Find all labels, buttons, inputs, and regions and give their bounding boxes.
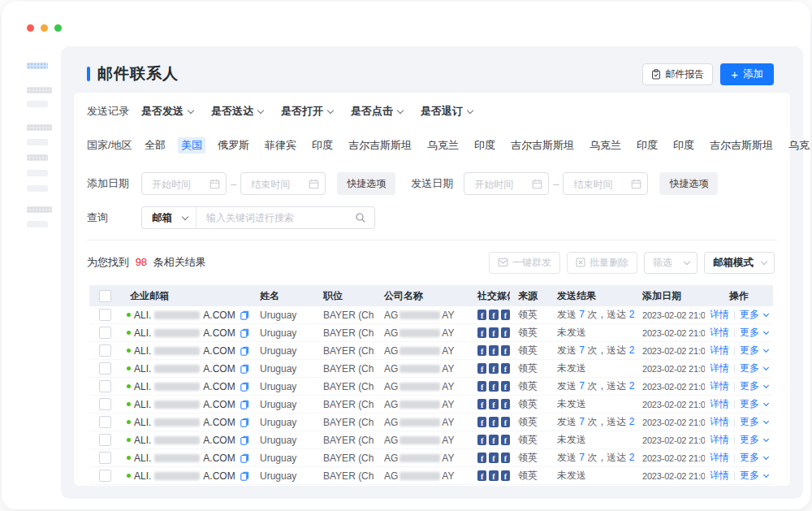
facebook-icon[interactable] bbox=[477, 470, 486, 481]
facebook-icon[interactable] bbox=[477, 363, 486, 374]
facebook-icon[interactable] bbox=[489, 310, 498, 320]
facebook-icon[interactable] bbox=[501, 417, 510, 427]
row-checkbox[interactable] bbox=[99, 470, 111, 482]
facebook-icon[interactable] bbox=[501, 435, 510, 445]
add-date-start-input[interactable] bbox=[141, 172, 227, 195]
add-button[interactable]: + 添加 bbox=[720, 63, 774, 85]
country-chip[interactable]: 全部 bbox=[141, 137, 169, 154]
more-link[interactable]: 更多 bbox=[740, 433, 759, 447]
facebook-icon[interactable] bbox=[489, 435, 498, 445]
country-chip[interactable]: 印度 bbox=[633, 137, 661, 154]
row-checkbox[interactable] bbox=[99, 309, 111, 321]
more-link[interactable]: 更多 bbox=[740, 415, 759, 429]
send-date-quick-options-button[interactable]: 快捷选项 bbox=[659, 172, 718, 195]
country-chip[interactable]: 印度 bbox=[309, 137, 336, 154]
filter-dropdown[interactable]: 是否发送 bbox=[141, 104, 193, 119]
facebook-icon[interactable] bbox=[489, 470, 498, 481]
detail-link[interactable]: 详情 bbox=[710, 379, 729, 393]
copy-icon[interactable] bbox=[240, 382, 249, 392]
copy-icon[interactable] bbox=[240, 364, 249, 374]
facebook-icon[interactable] bbox=[501, 453, 510, 463]
facebook-icon[interactable] bbox=[489, 345, 498, 356]
detail-link[interactable]: 详情 bbox=[710, 469, 729, 483]
mail-report-button[interactable]: 邮件报告 bbox=[642, 63, 713, 85]
facebook-icon[interactable] bbox=[501, 470, 510, 481]
bulk-send-button[interactable]: 一键群发 bbox=[489, 252, 560, 274]
add-date-end-input[interactable] bbox=[240, 172, 326, 195]
facebook-icon[interactable] bbox=[489, 417, 498, 427]
facebook-icon[interactable] bbox=[501, 310, 510, 320]
select-all-checkbox[interactable] bbox=[99, 290, 111, 302]
calendar-icon[interactable] bbox=[209, 179, 220, 192]
calendar-icon[interactable] bbox=[309, 179, 319, 192]
more-link[interactable]: 更多 bbox=[740, 344, 759, 357]
facebook-icon[interactable] bbox=[501, 381, 510, 392]
facebook-icon[interactable] bbox=[477, 435, 486, 445]
mailbox-mode-select[interactable]: 邮箱模式 bbox=[704, 252, 775, 274]
more-link[interactable]: 更多 bbox=[740, 308, 759, 322]
detail-link[interactable]: 详情 bbox=[710, 415, 729, 429]
copy-icon[interactable] bbox=[240, 471, 249, 481]
country-chip[interactable]: 吉尔吉斯斯坦 bbox=[508, 137, 577, 154]
window-control-dot[interactable] bbox=[41, 24, 48, 32]
row-checkbox[interactable] bbox=[99, 327, 111, 339]
detail-link[interactable]: 详情 bbox=[710, 433, 729, 447]
search-icon[interactable] bbox=[355, 212, 366, 223]
facebook-icon[interactable] bbox=[477, 399, 486, 409]
query-field-select[interactable]: 邮箱 bbox=[142, 207, 197, 228]
country-chip[interactable]: 乌克兰 bbox=[785, 137, 810, 154]
facebook-icon[interactable] bbox=[477, 310, 486, 320]
detail-link[interactable]: 详情 bbox=[710, 344, 729, 357]
window-control-dot[interactable] bbox=[54, 24, 62, 32]
copy-icon[interactable] bbox=[240, 435, 249, 445]
facebook-icon[interactable] bbox=[489, 327, 498, 338]
facebook-icon[interactable] bbox=[477, 381, 486, 392]
row-checkbox[interactable] bbox=[99, 380, 111, 392]
detail-link[interactable]: 详情 bbox=[710, 397, 729, 411]
facebook-icon[interactable] bbox=[489, 363, 498, 374]
facebook-icon[interactable] bbox=[477, 327, 486, 338]
copy-icon[interactable] bbox=[240, 346, 249, 356]
facebook-icon[interactable] bbox=[501, 399, 510, 409]
copy-icon[interactable] bbox=[240, 453, 249, 463]
country-chip[interactable]: 乌克兰 bbox=[586, 137, 624, 154]
row-checkbox[interactable] bbox=[99, 434, 111, 446]
facebook-icon[interactable] bbox=[501, 363, 510, 374]
detail-link[interactable]: 详情 bbox=[710, 362, 729, 375]
add-date-quick-options-button[interactable]: 快捷选项 bbox=[337, 172, 395, 195]
filter-dropdown[interactable]: 是否送达 bbox=[211, 104, 263, 119]
copy-icon[interactable] bbox=[240, 400, 249, 409]
calendar-icon[interactable] bbox=[532, 179, 542, 192]
country-chip[interactable]: 印度 bbox=[670, 137, 698, 154]
filter-select[interactable]: 筛选 bbox=[644, 252, 698, 274]
bulk-delete-button[interactable]: 批量删除 bbox=[567, 252, 637, 274]
send-date-end-input[interactable] bbox=[563, 172, 648, 195]
row-checkbox[interactable] bbox=[99, 344, 111, 357]
country-chip[interactable]: 俄罗斯 bbox=[214, 137, 253, 154]
more-link[interactable]: 更多 bbox=[740, 362, 759, 375]
row-checkbox[interactable] bbox=[99, 362, 111, 375]
country-chip[interactable]: 吉尔吉斯斯坦 bbox=[345, 137, 415, 154]
detail-link[interactable]: 详情 bbox=[710, 451, 729, 465]
country-chip[interactable]: 菲律宾 bbox=[261, 137, 300, 154]
copy-icon[interactable] bbox=[240, 328, 249, 338]
country-chip[interactable]: 吉尔吉斯斯坦 bbox=[706, 137, 776, 154]
window-control-dot[interactable] bbox=[27, 24, 34, 32]
facebook-icon[interactable] bbox=[477, 453, 486, 463]
more-link[interactable]: 更多 bbox=[740, 469, 759, 483]
more-link[interactable]: 更多 bbox=[740, 397, 759, 411]
facebook-icon[interactable] bbox=[489, 381, 498, 392]
filter-dropdown[interactable]: 是否退订 bbox=[421, 104, 473, 119]
facebook-icon[interactable] bbox=[501, 345, 510, 356]
row-checkbox[interactable] bbox=[99, 416, 111, 428]
facebook-icon[interactable] bbox=[489, 399, 498, 409]
row-checkbox[interactable] bbox=[99, 398, 111, 410]
search-input[interactable] bbox=[197, 211, 355, 224]
row-checkbox[interactable] bbox=[99, 452, 111, 464]
calendar-icon[interactable] bbox=[631, 179, 641, 192]
filter-dropdown[interactable]: 是否打开 bbox=[281, 104, 333, 119]
copy-icon[interactable] bbox=[240, 310, 249, 320]
country-chip[interactable]: 乌克兰 bbox=[424, 137, 462, 154]
facebook-icon[interactable] bbox=[477, 417, 486, 427]
facebook-icon[interactable] bbox=[477, 345, 486, 356]
